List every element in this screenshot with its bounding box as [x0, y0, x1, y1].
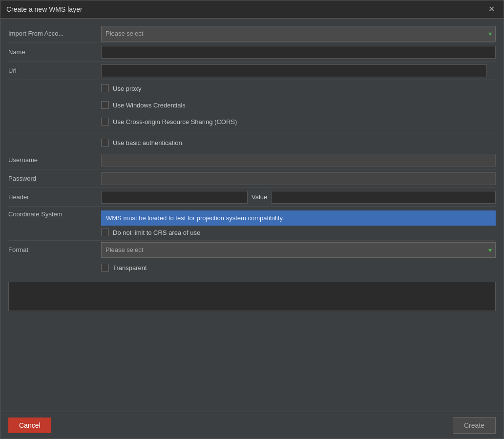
format-control: Please select ▾	[101, 242, 496, 258]
notes-section	[8, 276, 496, 318]
password-input[interactable]	[101, 172, 496, 185]
do-not-limit-crs-checkbox[interactable]	[101, 229, 109, 236]
coordinate-system-info: WMS must be loaded to test for projectio…	[101, 210, 496, 226]
form-body: Import From Acco... Please select ▾ Name…	[0, 19, 504, 412]
cancel-button[interactable]: Cancel	[8, 418, 51, 433]
use-cors-label: Use Cross-origin Resource Sharing (CORS)	[113, 118, 237, 125]
use-basic-auth-checkbox[interactable]	[101, 139, 109, 146]
do-not-limit-crs-inner: Do not limit to CRS area of use	[101, 229, 200, 236]
header-row: Header Value	[8, 188, 496, 207]
use-windows-credentials-checkbox[interactable]	[101, 101, 109, 109]
separator-1	[8, 132, 496, 132]
name-control	[101, 46, 496, 59]
use-basic-auth-row: Use basic authentication	[8, 134, 496, 151]
transparent-row: Transparent	[8, 259, 496, 276]
transparent-checkbox[interactable]	[101, 264, 109, 272]
password-control	[101, 172, 496, 185]
import-control: Please select ▾	[101, 26, 496, 42]
format-select[interactable]: Please select	[101, 242, 496, 258]
username-control	[101, 154, 496, 167]
password-row: Password	[8, 169, 496, 188]
coordinate-system-control: WMS must be loaded to test for projectio…	[101, 210, 496, 236]
footer: Cancel Create	[0, 412, 504, 439]
name-label: Name	[8, 48, 101, 56]
import-label: Import From Acco...	[8, 30, 101, 37]
use-cors-row: Use Cross-origin Resource Sharing (CORS)	[8, 113, 496, 130]
header-label: Header	[8, 193, 101, 201]
format-row: Format Please select ▾	[8, 241, 496, 259]
format-select-wrap: Please select ▾	[101, 242, 496, 258]
dialog-title: Create a new WMS layer	[6, 5, 83, 13]
use-proxy-row: Use proxy	[8, 80, 496, 97]
url-control	[101, 64, 496, 77]
transparent-inner: Transparent	[101, 264, 147, 272]
use-proxy-inner: Use proxy	[101, 84, 142, 92]
title-bar: Create a new WMS layer ✕	[0, 0, 504, 19]
use-windows-credentials-label: Use Windows Credentials	[113, 102, 186, 109]
use-cors-inner: Use Cross-origin Resource Sharing (CORS)	[101, 118, 237, 125]
do-not-limit-crs-label: Do not limit to CRS area of use	[113, 229, 200, 236]
import-select[interactable]: Please select	[101, 26, 496, 42]
username-row: Username	[8, 151, 496, 169]
username-label: Username	[8, 156, 101, 164]
value-label: Value	[252, 193, 267, 201]
transparent-label: Transparent	[113, 264, 147, 272]
url-input[interactable]	[101, 64, 487, 77]
format-label: Format	[8, 246, 101, 253]
username-input[interactable]	[101, 154, 496, 167]
coordinate-system-label: Coordinate System	[8, 210, 101, 218]
create-button[interactable]: Create	[453, 417, 496, 434]
url-label: Url	[8, 67, 101, 74]
use-proxy-checkbox[interactable]	[101, 84, 109, 92]
close-button[interactable]: ✕	[485, 4, 498, 14]
use-cors-checkbox[interactable]	[101, 118, 109, 125]
header-value-row: Value	[101, 191, 496, 204]
value-input[interactable]	[271, 191, 496, 204]
import-row: Import From Acco... Please select ▾	[8, 24, 496, 43]
header-control: Value	[101, 191, 496, 204]
url-row: Url	[8, 62, 496, 80]
dialog: Create a new WMS layer ✕ Import From Acc…	[0, 0, 504, 439]
password-label: Password	[8, 175, 101, 182]
name-row: Name	[8, 43, 496, 62]
import-select-wrap: Please select ▾	[101, 26, 496, 42]
use-windows-credentials-row: Use Windows Credentials	[8, 97, 496, 113]
name-input[interactable]	[101, 46, 496, 59]
use-windows-credentials-inner: Use Windows Credentials	[101, 101, 186, 109]
use-proxy-label: Use proxy	[113, 85, 142, 92]
coordinate-system-row: Coordinate System WMS must be loaded to …	[8, 207, 496, 241]
header-input[interactable]	[101, 191, 248, 204]
use-basic-auth-label: Use basic authentication	[113, 139, 182, 146]
notes-textarea[interactable]	[8, 282, 496, 311]
use-basic-auth-inner: Use basic authentication	[101, 139, 182, 146]
